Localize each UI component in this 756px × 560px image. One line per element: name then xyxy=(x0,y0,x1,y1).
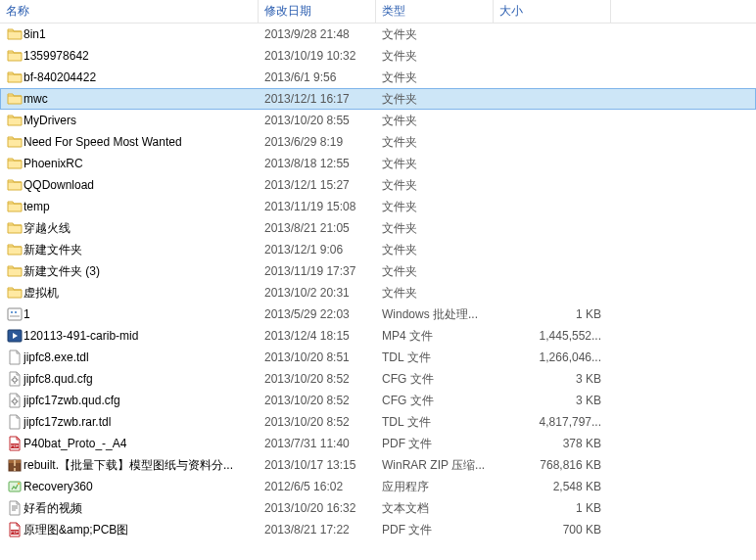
folder-icon xyxy=(6,220,24,236)
file-type: 文件夹 xyxy=(382,134,499,151)
file-name: 1 xyxy=(24,307,264,321)
list-item[interactable]: jipfc8.exe.tdl2013/10/20 8:51TDL 文件1,266… xyxy=(0,347,756,368)
list-item[interactable]: 8in12013/9/28 21:48文件夹 xyxy=(0,23,756,45)
file-type: PDF 文件 xyxy=(382,436,499,452)
file-date: 2013/5/29 22:03 xyxy=(264,307,382,321)
list-item[interactable]: Recovery3602012/6/5 16:02应用程序2,548 KB xyxy=(0,476,756,497)
list-item[interactable]: QQDownload2013/12/1 15:27文件夹 xyxy=(0,174,756,196)
column-header: 名称 修改日期 类型 大小 xyxy=(0,0,756,23)
folder-icon xyxy=(6,48,24,64)
file-date: 2013/8/21 17:22 xyxy=(264,523,382,537)
file-size: 768,816 KB xyxy=(499,458,617,472)
file-type: 文件夹 xyxy=(382,199,499,215)
file-type: 文件夹 xyxy=(382,263,499,280)
list-item[interactable]: jipfc17zwb.qud.cfg2013/10/20 8:52CFG 文件3… xyxy=(0,390,756,411)
file-size: 700 KB xyxy=(499,523,617,537)
folder-icon xyxy=(6,26,24,42)
file-icon xyxy=(6,350,24,365)
file-name: jipfc8.exe.tdl xyxy=(24,350,264,364)
video-icon xyxy=(6,328,24,344)
file-size: 4,817,797... xyxy=(499,415,617,429)
pdf-icon: PDF xyxy=(6,522,24,537)
header-name[interactable]: 名称 xyxy=(0,0,259,23)
file-date: 2013/10/2 20:31 xyxy=(264,286,382,300)
file-date: 2013/8/18 12:55 xyxy=(264,157,382,170)
file-name: mwc xyxy=(24,92,264,106)
file-name: P40bat_Proto_-_A4 xyxy=(24,437,264,450)
list-item[interactable]: PhoenixRC2013/8/18 12:55文件夹 xyxy=(0,153,756,174)
file-type: 文本文档 xyxy=(382,500,499,517)
file-type: 文件夹 xyxy=(382,26,499,43)
folder-icon xyxy=(6,156,24,171)
list-item[interactable]: MyDrivers2013/10/20 8:55文件夹 xyxy=(0,110,756,131)
list-item[interactable]: 穿越火线2013/8/21 21:05文件夹 xyxy=(0,217,756,239)
svg-point-12 xyxy=(14,466,16,468)
list-item[interactable]: jipfc8.qud.cfg2013/10/20 8:52CFG 文件3 KB xyxy=(0,368,756,390)
file-type: WinRAR ZIP 压缩... xyxy=(382,457,499,474)
file-date: 2013/11/19 15:08 xyxy=(264,200,382,213)
file-type: 文件夹 xyxy=(382,177,499,194)
svg-text:PDF: PDF xyxy=(11,443,20,448)
file-date: 2013/12/1 9:06 xyxy=(264,243,382,257)
list-item[interactable]: rebuilt.【批量下载】模型图纸与资料分...2013/10/17 13:1… xyxy=(0,454,756,476)
svg-rect-11 xyxy=(14,460,16,471)
header-size[interactable]: 大小 xyxy=(494,0,611,23)
file-type: 文件夹 xyxy=(382,156,499,172)
file-name: bf-840204422 xyxy=(24,70,264,84)
file-type: PDF 文件 xyxy=(382,522,499,538)
folder-icon xyxy=(6,263,24,279)
list-item[interactable]: 新建文件夹 (3)2013/11/19 17:37文件夹 xyxy=(0,260,756,282)
list-item[interactable]: 好看的视频2013/10/20 16:32文本文档1 KB xyxy=(0,497,756,519)
file-name: 好看的视频 xyxy=(24,500,264,517)
file-size: 1 KB xyxy=(499,501,617,515)
file-date: 2013/10/19 10:32 xyxy=(264,49,382,63)
file-date: 2013/10/20 8:52 xyxy=(264,372,382,386)
file-name: QQDownload xyxy=(24,178,264,192)
list-item[interactable]: 120113-491-carib-mid2013/12/4 18:15MP4 文… xyxy=(0,325,756,347)
list-item[interactable]: 13599786422013/10/19 10:32文件夹 xyxy=(0,45,756,67)
file-name: jipfc8.qud.cfg xyxy=(24,372,264,386)
list-item[interactable]: mwc2013/12/1 16:17文件夹 xyxy=(0,88,756,110)
list-item[interactable]: 虚拟机2013/10/2 20:31文件夹 xyxy=(0,282,756,303)
svg-rect-0 xyxy=(8,308,22,320)
file-date: 2013/10/20 16:32 xyxy=(264,501,382,515)
file-date: 2013/10/17 13:15 xyxy=(264,458,382,472)
file-name: 120113-491-carib-mid xyxy=(24,329,264,343)
file-name: 穿越火线 xyxy=(24,220,264,237)
list-item[interactable]: temp2013/11/19 15:08文件夹 xyxy=(0,196,756,217)
file-type: CFG 文件 xyxy=(382,371,499,388)
file-name: PhoenixRC xyxy=(24,157,264,170)
list-item[interactable]: PDFP40bat_Proto_-_A42013/7/31 11:40PDF 文… xyxy=(0,433,756,454)
bat-icon xyxy=(6,306,24,322)
file-date: 2013/10/20 8:51 xyxy=(264,350,382,364)
file-size: 3 KB xyxy=(499,372,617,386)
file-name: rebuilt.【批量下载】模型图纸与资料分... xyxy=(24,457,264,474)
header-type[interactable]: 类型 xyxy=(376,0,494,23)
exe-icon xyxy=(6,479,24,494)
file-size: 378 KB xyxy=(499,437,617,450)
file-date: 2013/12/4 18:15 xyxy=(264,329,382,343)
file-name: 虚拟机 xyxy=(24,285,264,302)
list-item[interactable]: jipfc17zwb.rar.tdl2013/10/20 8:52TDL 文件4… xyxy=(0,411,756,433)
folder-icon xyxy=(6,91,24,107)
folder-icon xyxy=(6,134,24,150)
list-item[interactable]: 新建文件夹2013/12/1 9:06文件夹 xyxy=(0,239,756,260)
file-type: CFG 文件 xyxy=(382,393,499,409)
file-type: 文件夹 xyxy=(382,285,499,302)
list-item[interactable]: Need For Speed Most Wanted2013/6/29 8:19… xyxy=(0,131,756,153)
svg-point-14 xyxy=(18,483,20,485)
svg-rect-3 xyxy=(10,315,20,317)
folder-icon xyxy=(6,113,24,128)
file-size: 1,266,046... xyxy=(499,350,617,364)
header-date[interactable]: 修改日期 xyxy=(259,0,376,23)
folder-icon xyxy=(6,242,24,257)
file-list: 8in12013/9/28 21:48文件夹13599786422013/10/… xyxy=(0,23,756,540)
file-date: 2013/11/19 17:37 xyxy=(264,264,382,278)
list-item[interactable]: PDF原理图&amp;PCB图2013/8/21 17:22PDF 文件700 … xyxy=(0,519,756,540)
file-name: 新建文件夹 xyxy=(24,242,264,258)
file-type: 文件夹 xyxy=(382,242,499,258)
file-type: MP4 文件 xyxy=(382,328,499,345)
list-item[interactable]: bf-8402044222013/6/1 9:56文件夹 xyxy=(0,67,756,88)
file-size: 2,548 KB xyxy=(499,480,617,493)
list-item[interactable]: 12013/5/29 22:03Windows 批处理...1 KB xyxy=(0,303,756,325)
